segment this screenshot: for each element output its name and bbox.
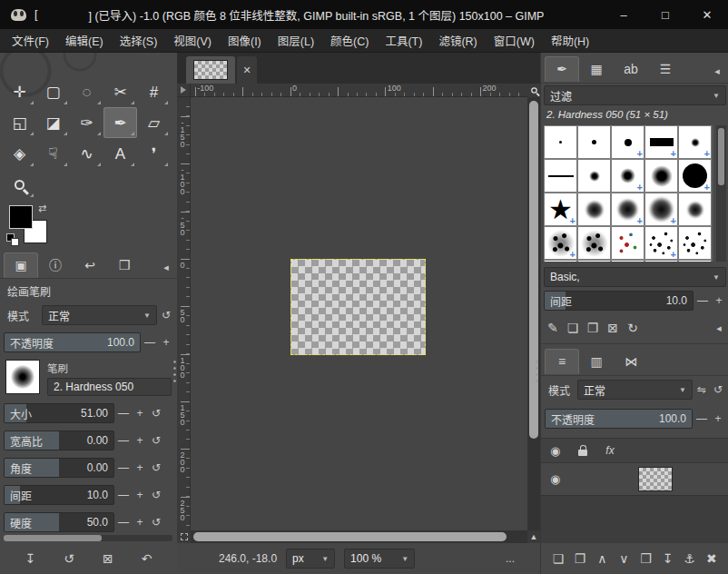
layer-mode-select[interactable]: 正常 ▼ — [577, 380, 693, 400]
brush-item[interactable]: ★+ — [544, 193, 577, 226]
hardness-slider[interactable]: 硬度50.0 — [4, 512, 114, 532]
brush-spacing-decrease-button[interactable]: — — [695, 292, 710, 310]
layer-thumbnail[interactable] — [638, 467, 673, 491]
right-pane-splitter[interactable] — [535, 359, 539, 386]
foreground-color-swatch[interactable] — [9, 205, 33, 229]
brushes-menu-button[interactable]: ◂ — [709, 60, 725, 82]
swap-colors-icon[interactable]: ⇄ — [38, 203, 46, 214]
toolbox-menu-button[interactable]: ◂ — [158, 256, 174, 278]
hardness-reset-button[interactable]: ↺ — [149, 513, 163, 531]
hardness-decrease-button[interactable]: — — [116, 513, 131, 531]
vertical-ruler[interactable]: -150-100-50050100150200250 — [177, 97, 191, 530]
maximize-button[interactable]: □ — [644, 0, 686, 29]
vertical-scrollbar-thumb[interactable] — [529, 101, 538, 439]
tab-brushes[interactable]: ✒ — [545, 56, 579, 82]
duplicate-brush-button[interactable]: ❐ — [583, 318, 603, 338]
menu-item[interactable]: 图像(I) — [220, 29, 270, 52]
eraser-tool[interactable]: ▱ — [137, 107, 171, 138]
spacing-decrease-button[interactable]: — — [116, 486, 131, 504]
tab-undo-history[interactable]: ↩ — [73, 252, 107, 278]
brush-spacing-increase-button[interactable]: + — [712, 292, 726, 310]
crop-tool[interactable]: # — [137, 76, 171, 107]
new-group-button[interactable]: ❐ — [570, 549, 590, 569]
tab-patterns[interactable]: ▦ — [579, 56, 614, 82]
brush-item[interactable]: + — [611, 193, 644, 226]
angle-slider[interactable]: 角度0.00 — [4, 458, 114, 478]
brush-item[interactable]: + — [644, 226, 678, 260]
rectangle-select-tool[interactable]: ▢ — [36, 76, 70, 107]
edit-brush-button[interactable]: ✎ — [543, 318, 563, 338]
zoom-tool[interactable] — [3, 169, 36, 200]
aspect-ratio-decrease-button[interactable]: — — [116, 431, 131, 450]
angle-increase-button[interactable]: + — [133, 459, 147, 477]
paths-tool[interactable]: ∿ — [70, 138, 103, 169]
brush-item[interactable] — [678, 260, 712, 262]
brush-spacing-slider[interactable]: 间距 10.0 — [544, 291, 694, 311]
unit-select[interactable]: px ▼ — [286, 549, 335, 569]
effects-column-fx-icon[interactable]: fx — [605, 444, 614, 457]
brush-preview[interactable] — [5, 360, 40, 394]
aspect-ratio-reset-button[interactable]: ↺ — [149, 431, 163, 450]
mode-reset-button[interactable]: ↺ — [159, 306, 173, 324]
layer-opacity-decrease-button[interactable]: — — [694, 410, 709, 428]
size-decrease-button[interactable]: — — [116, 404, 131, 422]
opacity-increase-button[interactable]: + — [159, 333, 173, 351]
restore-tool-preset-button[interactable]: ↺ — [59, 549, 79, 569]
brush-name-field[interactable]: 2. Hardness 050 — [47, 378, 172, 396]
menu-item[interactable]: 滤镜(R) — [430, 29, 485, 52]
brush-item[interactable] — [577, 226, 611, 260]
image-tab[interactable] — [186, 56, 235, 84]
left-pane-splitter[interactable] — [172, 359, 177, 386]
save-tool-preset-button[interactable]: ↧ — [20, 549, 40, 569]
move-tool[interactable]: ✛ — [3, 76, 36, 107]
brush-grid-scrollbar-thumb[interactable] — [718, 128, 724, 185]
hardness-increase-button[interactable]: + — [133, 513, 147, 531]
aspect-ratio-increase-button[interactable]: + — [133, 431, 147, 450]
tab-channels[interactable]: ▥ — [579, 349, 614, 374]
size-increase-button[interactable]: + — [133, 404, 147, 422]
brush-item[interactable] — [611, 260, 644, 262]
new-layer-button[interactable]: ❏ — [548, 549, 568, 569]
menu-item[interactable]: 文件(F) — [4, 29, 57, 52]
brush-item[interactable] — [611, 226, 644, 260]
raise-layer-button[interactable]: ∧ — [592, 549, 612, 569]
menu-item[interactable]: 帮助(H) — [543, 29, 597, 52]
brush-item[interactable]: + — [544, 226, 577, 260]
brush-item[interactable] — [644, 159, 678, 193]
brush-item[interactable] — [644, 260, 678, 262]
tab-document-history[interactable]: ☰ — [648, 56, 683, 82]
ruler-origin-button[interactable] — [177, 84, 191, 97]
tab-images[interactable]: ❒ — [107, 252, 142, 278]
scissors-select-tool[interactable]: ✂ — [103, 76, 137, 107]
canvas-image[interactable] — [290, 259, 426, 355]
size-reset-button[interactable]: ↺ — [149, 404, 163, 422]
tool-options-scrollbar-thumb[interactable] — [4, 535, 102, 541]
brush-item[interactable]: + — [678, 159, 712, 193]
filter-expander[interactable]: 过滤 ▼ — [544, 85, 726, 105]
image-tab-close-button[interactable]: ✕ — [237, 56, 257, 84]
menu-item[interactable]: 选择(S) — [112, 29, 166, 52]
anchor-layer-button[interactable]: ⚓ — [680, 549, 700, 569]
brush-item[interactable]: + — [678, 125, 712, 159]
color-picker-tool[interactable]: ❜ — [137, 138, 171, 169]
lock-column-lock-icon[interactable] — [578, 450, 587, 456]
layer-row[interactable]: ◉ — [541, 463, 728, 496]
brush-item[interactable]: + — [611, 125, 644, 159]
size-slider[interactable]: 大小51.00 — [4, 403, 114, 423]
clone-tool[interactable]: ◈ — [3, 138, 36, 169]
reset-tool-options-button[interactable]: ↶ — [137, 549, 157, 569]
smudge-tool[interactable]: ☟ — [36, 138, 70, 169]
brush-item[interactable] — [544, 159, 577, 193]
layer-opacity-increase-button[interactable]: + — [711, 410, 725, 428]
opacity-slider[interactable]: 不透明度 100.0 — [4, 332, 141, 352]
new-brush-button[interactable]: ❏ — [563, 318, 583, 338]
merge-layer-button[interactable]: ↧ — [658, 549, 678, 569]
brush-item[interactable] — [577, 159, 611, 193]
layer-mode-reset-button[interactable]: ↺ — [711, 381, 725, 399]
tab-device-status[interactable]: ⓘ — [38, 252, 73, 278]
delete-layer-button[interactable]: ✖ — [702, 549, 722, 569]
delete-brush-button[interactable]: ⊠ — [603, 318, 623, 338]
zoom-select[interactable]: 100 % ▼ — [344, 549, 415, 569]
brush-item[interactable] — [577, 193, 611, 226]
minimize-button[interactable]: – — [603, 0, 644, 29]
